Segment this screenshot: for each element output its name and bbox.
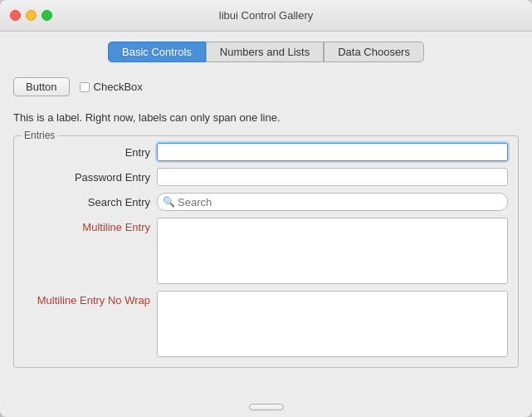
search-input[interactable] <box>157 193 508 211</box>
bottom-button[interactable] <box>249 404 284 410</box>
window-content: Basic Controls Numbers and Lists Data Ch… <box>0 32 532 397</box>
traffic-lights <box>10 10 52 21</box>
minimize-button[interactable] <box>26 10 37 21</box>
password-entry-input[interactable] <box>157 168 508 186</box>
search-entry-row: Search Entry 🔍 <box>24 193 508 211</box>
controls-row: Button CheckBox <box>13 74 519 100</box>
checkbox-wrapper[interactable]: CheckBox <box>80 81 143 93</box>
tab-numbers-and-lists[interactable]: Numbers and Lists <box>206 42 324 62</box>
multiline-entry-row: Multiline Entry <box>24 218 508 284</box>
multiline-entry-no-wrap-input[interactable] <box>157 291 508 357</box>
multiline-entry-input[interactable] <box>157 218 508 284</box>
checkbox[interactable] <box>80 82 90 92</box>
maximize-button[interactable] <box>41 10 52 21</box>
search-icon: 🔍 <box>163 196 175 208</box>
tab-basic-controls[interactable]: Basic Controls <box>108 42 206 62</box>
main-button[interactable]: Button <box>13 77 70 96</box>
entry-label: Entry <box>24 143 157 159</box>
bottom-bar <box>0 397 532 417</box>
title-bar: libui Control Gallery <box>0 0 532 32</box>
window-title: libui Control Gallery <box>219 9 313 22</box>
checkbox-label: CheckBox <box>94 81 143 93</box>
multiline-entry-no-wrap-label: Multiline Entry No Wrap <box>24 291 157 307</box>
entries-group: Entries Entry Password Entry Search Entr… <box>13 135 519 368</box>
multiline-entry-no-wrap-row: Multiline Entry No Wrap <box>24 291 508 357</box>
group-legend: Entries <box>21 130 58 141</box>
entry-row: Entry <box>24 143 508 161</box>
tab-data-choosers[interactable]: Data Choosers <box>324 42 424 62</box>
description-label: This is a label. Right now, labels can o… <box>13 108 519 127</box>
tab-bar: Basic Controls Numbers and Lists Data Ch… <box>13 42 519 62</box>
main-window: libui Control Gallery Basic Controls Num… <box>0 0 532 417</box>
multiline-entry-label: Multiline Entry <box>24 218 157 233</box>
password-entry-row: Password Entry <box>24 168 508 186</box>
search-wrapper: 🔍 <box>157 193 508 211</box>
entry-input[interactable] <box>157 143 508 161</box>
close-button[interactable] <box>10 10 21 21</box>
search-entry-label: Search Entry <box>24 193 157 208</box>
password-entry-label: Password Entry <box>24 168 157 184</box>
